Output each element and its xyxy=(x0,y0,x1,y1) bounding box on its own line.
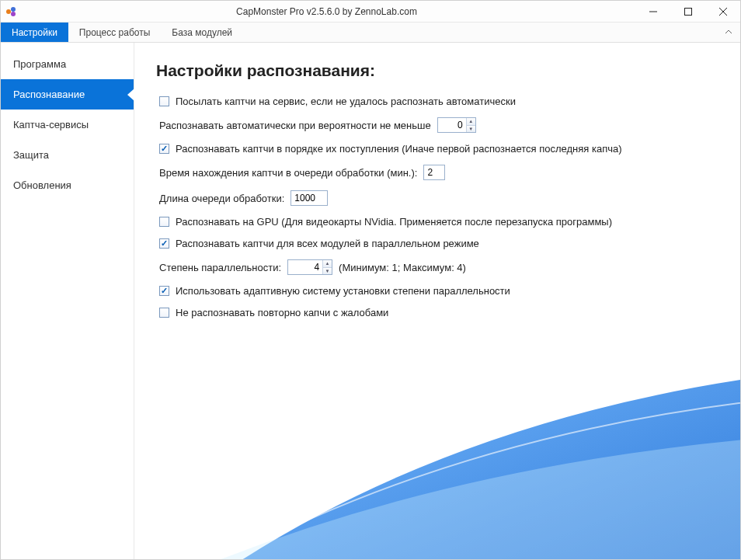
input-parallelism-wrap: ▲ ▼ xyxy=(287,259,332,275)
menubar-overflow-icon[interactable] xyxy=(725,23,732,42)
spin-up-icon[interactable]: ▲ xyxy=(467,118,475,126)
row-parallelism: Степень параллельности: ▲ ▼ (Минимум: 1;… xyxy=(156,259,723,275)
hint-parallelism: (Минимум: 1; Максимум: 4) xyxy=(339,262,466,273)
input-parallelism[interactable] xyxy=(288,260,322,274)
sidebar-item-protection[interactable]: Защита xyxy=(1,140,134,170)
row-auto-recognize-prob: Распознавать автоматически при вероятнос… xyxy=(156,117,723,133)
menutab-modules[interactable]: База модулей xyxy=(161,23,243,42)
input-queue-length[interactable] xyxy=(290,190,328,206)
spin-down-icon[interactable]: ▼ xyxy=(467,126,475,133)
sidebar-item-recognition[interactable]: Распознавание xyxy=(1,79,134,110)
row-adaptive: Использовать адаптивную систему установк… xyxy=(156,285,723,297)
titlebar-left xyxy=(5,5,18,18)
sidebar-item-updates[interactable]: Обновления xyxy=(1,170,134,200)
label-parallelism: Степень параллельности: xyxy=(159,262,281,273)
input-auto-recognize-prob-field[interactable] xyxy=(438,118,466,132)
checkbox-parallel-all[interactable] xyxy=(159,238,169,249)
row-parallel-all: Распознавать каптчи для всех модулей в п… xyxy=(156,238,723,249)
body: Программа Распознавание Каптча-сервисы З… xyxy=(1,43,740,560)
app-icon xyxy=(5,5,18,18)
input-queue-timeout[interactable] xyxy=(423,165,445,180)
row-queue-length: Длина очереди обработки: xyxy=(156,190,723,206)
spinner-parallelism: ▲ ▼ xyxy=(322,260,332,274)
sidebar-item-captcha-services[interactable]: Каптча-сервисы xyxy=(1,110,134,140)
sidebar-item-program[interactable]: Программа xyxy=(1,49,134,79)
label-queue-timeout: Время нахождения каптчи в очереди обрабо… xyxy=(159,167,417,179)
svg-point-1 xyxy=(11,7,16,12)
checkbox-order-fifo[interactable] xyxy=(159,144,169,154)
menubar: Настройки Процесс работы База модулей xyxy=(1,23,740,43)
label-parallel-all: Распознавать каптчи для всех модулей в п… xyxy=(176,238,479,249)
svg-point-2 xyxy=(11,12,16,16)
checkbox-send-to-service[interactable] xyxy=(159,96,169,106)
row-gpu: Распознавать на GPU (Для видеокарты NVid… xyxy=(156,216,723,228)
window-title: CapMonster Pro v2.5.6.0 by ZennoLab.com xyxy=(18,6,635,17)
page-title: Настройки распознавания: xyxy=(156,61,723,80)
menutab-settings[interactable]: Настройки xyxy=(1,23,68,42)
row-queue-timeout: Время нахождения каптчи в очереди обрабо… xyxy=(156,165,723,180)
checkbox-gpu[interactable] xyxy=(159,217,169,227)
label-auto-recognize-prob: Распознавать автоматически при вероятнос… xyxy=(159,120,431,131)
label-send-to-service: Посылать каптчи на сервис, если не удало… xyxy=(176,96,516,107)
spin-down-icon[interactable]: ▼ xyxy=(323,268,332,275)
label-queue-length: Длина очереди обработки: xyxy=(159,193,284,204)
sidebar: Программа Распознавание Каптча-сервисы З… xyxy=(1,43,134,560)
decorative-swoosh xyxy=(173,328,741,560)
label-adaptive: Использовать адаптивную систему установк… xyxy=(176,285,510,297)
minimize-button[interactable] xyxy=(635,1,670,23)
row-order-fifo: Распознавать каптчи в порядке их поступл… xyxy=(156,143,723,155)
checkbox-no-retry-complaints[interactable] xyxy=(159,308,169,318)
row-no-retry-complaints: Не распознавать повторно капчи с жалобам… xyxy=(156,307,723,318)
menutab-process[interactable]: Процесс работы xyxy=(68,23,161,42)
checkbox-adaptive[interactable] xyxy=(159,286,169,296)
window-controls xyxy=(635,1,740,23)
maximize-button[interactable] xyxy=(670,1,705,23)
input-auto-recognize-prob: ▲ ▼ xyxy=(437,117,476,133)
spinner-auto-recognize: ▲ ▼ xyxy=(466,118,475,132)
label-order-fifo: Распознавать каптчи в порядке их поступл… xyxy=(176,143,622,155)
titlebar: CapMonster Pro v2.5.6.0 by ZennoLab.com xyxy=(1,1,740,23)
svg-point-0 xyxy=(6,9,11,14)
content: Настройки распознавания: Посылать каптчи… xyxy=(134,43,740,560)
label-gpu: Распознавать на GPU (Для видеокарты NVid… xyxy=(176,216,612,228)
close-button[interactable] xyxy=(705,1,740,23)
svg-rect-4 xyxy=(684,8,691,15)
row-send-to-service: Посылать каптчи на сервис, если не удало… xyxy=(156,96,723,107)
spin-up-icon[interactable]: ▲ xyxy=(323,260,332,268)
label-no-retry-complaints: Не распознавать повторно капчи с жалобам… xyxy=(176,307,388,318)
